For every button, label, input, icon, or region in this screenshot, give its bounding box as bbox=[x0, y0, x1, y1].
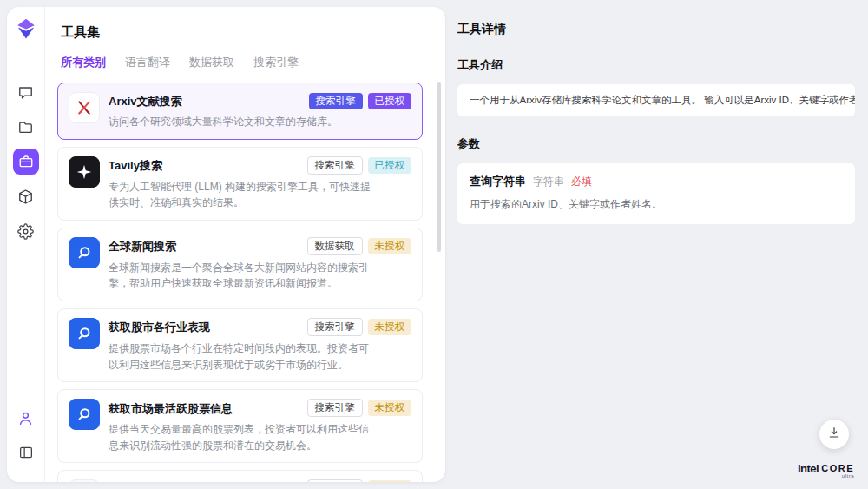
auth-status-badge: 已授权 bbox=[368, 93, 412, 109]
tavily-icon bbox=[69, 156, 100, 188]
arxiv-icon bbox=[69, 92, 100, 123]
sidebar bbox=[7, 7, 45, 482]
tool-name: Tavily搜索 bbox=[108, 156, 302, 174]
tool-card[interactable]: Tavily搜索搜索引擎已授权专为人工智能代理 (LLM) 构建的搜索引擎工具，… bbox=[57, 147, 423, 221]
param-list: 查询字符串字符串必填用于搜索的Arxiv ID、关键字或作者姓名。 bbox=[457, 163, 855, 224]
doc-icon bbox=[69, 479, 100, 482]
tab-category-1[interactable]: 语言翻译 bbox=[125, 55, 170, 70]
tool-card-header: 获取股市各行业表现搜索引擎未授权 bbox=[108, 318, 411, 336]
detail-title: 工具详情 bbox=[457, 22, 855, 37]
tool-description: 提供股票市场各个行业在特定时间段内的表现。投资者可以利用这些信息来识别表现优于或… bbox=[108, 340, 373, 373]
download-button[interactable] bbox=[819, 420, 849, 449]
auth-status-badge: 未授权 bbox=[368, 319, 412, 335]
tool-card-body: 获取股市各行业表现搜索引擎未授权提供股票市场各个行业在特定时间段内的表现。投资者… bbox=[108, 318, 411, 373]
auth-status-badge: 未授权 bbox=[368, 400, 412, 416]
tool-card-header: Tavily搜索搜索引擎已授权 bbox=[108, 156, 411, 175]
category-badge: 搜索引擎 bbox=[307, 318, 363, 336]
sidebar-item-gear-icon[interactable] bbox=[13, 218, 39, 244]
tool-card-header: 全球新闻搜索数据获取未授权 bbox=[108, 237, 411, 255]
page-title: 工具集 bbox=[61, 24, 433, 41]
tool-card-body: 全球新闻搜索数据获取未授权全球新闻搜索是一个聚合全球各大新闻网站内容的搜索引擎，… bbox=[108, 237, 411, 292]
sidebar-item-briefcase-icon[interactable] bbox=[13, 149, 39, 175]
sidebar-item-layout-icon[interactable] bbox=[13, 439, 39, 466]
intel-text: intel bbox=[798, 462, 819, 475]
tool-card-body: 获取市场最活跃股票信息搜索引擎未授权提供当天交易量最高的股票列表，投资者可以利用… bbox=[108, 399, 411, 453]
tool-card-body: Tavily搜索搜索引擎已授权专为人工智能代理 (LLM) 构建的搜索引擎工具，… bbox=[108, 156, 411, 211]
parameter-description: 用于搜索的Arxiv ID、关键字或作者姓名。 bbox=[470, 197, 843, 212]
core-sub-text: ultra bbox=[842, 473, 854, 479]
sidebar-item-folder-icon[interactable] bbox=[13, 114, 39, 140]
tool-card[interactable]: Arxiv文献搜索搜索引擎已授权访问各个研究领域大量科学论文和文章的存储库。 bbox=[57, 83, 423, 140]
app-logo-icon bbox=[15, 17, 37, 43]
tools-app-panel: 工具集 所有类别语言翻译数据获取搜索引擎 Arxiv文献搜索搜索引擎已授权访问各… bbox=[7, 7, 445, 482]
tool-card-header: Arxiv文献搜索搜索引擎已授权 bbox=[108, 92, 411, 109]
tool-name: 获取市场最活跃股票信息 bbox=[108, 400, 302, 417]
category-badge: 搜索引擎 bbox=[307, 399, 363, 417]
tool-description: 全球新闻搜索是一个聚合全球各大新闻网站内容的搜索引擎，帮助用户快速获取全球最新资… bbox=[108, 260, 373, 292]
tab-category-2[interactable]: 数据获取 bbox=[189, 55, 234, 70]
tools-panel: 工具集 所有类别语言翻译数据获取搜索引擎 Arxiv文献搜索搜索引擎已授权访问各… bbox=[45, 7, 445, 482]
params-heading: 参数 bbox=[457, 136, 855, 152]
category-badge: 数据获取 bbox=[307, 237, 363, 255]
parameter-required-flag: 必填 bbox=[571, 175, 592, 189]
core-text-wrap: CORE ultra bbox=[821, 463, 854, 479]
auth-status-badge: 未授权 bbox=[368, 480, 412, 482]
tool-card[interactable]: 万维地区新闻查询搜索引擎未授权查询具体行政区划内的新闻，快速了解各地新闻动 bbox=[57, 470, 423, 482]
intel-core-logo: intel CORE ultra bbox=[798, 462, 854, 479]
sidebar-item-user-icon[interactable] bbox=[13, 405, 39, 431]
category-tabs: 所有类别语言翻译数据获取搜索引擎 bbox=[61, 55, 433, 70]
parameter-type: 字符串 bbox=[533, 175, 564, 189]
stock-blue-icon bbox=[69, 399, 100, 430]
tab-category-0[interactable]: 所有类别 bbox=[61, 55, 106, 70]
tool-card-body: Arxiv文献搜索搜索引擎已授权访问各个研究领域大量科学论文和文章的存储库。 bbox=[108, 92, 411, 130]
download-icon bbox=[827, 426, 841, 443]
category-badge: 搜索引擎 bbox=[307, 479, 363, 482]
intro-text: 一个用于从Arxiv存储库搜索科学论文和文章的工具。 输入可以是Arxiv ID… bbox=[470, 95, 855, 105]
tool-card-header: 获取市场最活跃股票信息搜索引擎未授权 bbox=[108, 399, 411, 417]
core-text: CORE bbox=[821, 463, 854, 473]
tool-detail-panel: 工具详情 工具介绍 一个用于从Arxiv存储库搜索科学论文和文章的工具。 输入可… bbox=[457, 0, 855, 489]
auth-status-badge: 已授权 bbox=[368, 157, 412, 174]
auth-status-badge: 未授权 bbox=[368, 238, 412, 254]
tab-category-3[interactable]: 搜索引擎 bbox=[253, 55, 299, 70]
tool-description: 专为人工智能代理 (LLM) 构建的搜索引擎工具，可快速提供实时、准确和真实的结… bbox=[108, 179, 373, 211]
tool-description: 访问各个研究领域大量科学论文和文章的存储库。 bbox=[108, 114, 373, 130]
tool-card-body: 万维地区新闻查询搜索引擎未授权查询具体行政区划内的新闻，快速了解各地新闻动 bbox=[108, 479, 411, 482]
tool-name: 万维地区新闻查询 bbox=[108, 480, 302, 482]
tool-list: Arxiv文献搜索搜索引擎已授权访问各个研究领域大量科学论文和文章的存储库。Ta… bbox=[57, 83, 433, 482]
parameter-header: 查询字符串字符串必填 bbox=[470, 174, 843, 189]
tool-name: 获取股市各行业表现 bbox=[108, 318, 302, 335]
stock-blue-icon bbox=[69, 318, 100, 349]
tool-name: Arxiv文献搜索 bbox=[108, 92, 304, 109]
tool-card[interactable]: 获取股市各行业表现搜索引擎未授权提供股票市场各个行业在特定时间段内的表现。投资者… bbox=[57, 308, 423, 382]
sidebar-item-chat-icon[interactable] bbox=[13, 79, 39, 105]
parameter-card: 查询字符串字符串必填用于搜索的Arxiv ID、关键字或作者姓名。 bbox=[457, 163, 855, 224]
tool-card-header: 万维地区新闻查询搜索引擎未授权 bbox=[108, 479, 411, 482]
intro-heading: 工具介绍 bbox=[457, 57, 855, 73]
category-badge: 搜索引擎 bbox=[309, 93, 363, 109]
parameter-name: 查询字符串 bbox=[470, 174, 526, 189]
sidebar-item-cube-icon[interactable] bbox=[13, 183, 39, 209]
scrollbar[interactable] bbox=[437, 82, 441, 252]
tool-card[interactable]: 获取市场最活跃股票信息搜索引擎未授权提供当天交易量最高的股票列表，投资者可以利用… bbox=[57, 389, 423, 463]
tool-description: 提供当天交易量最高的股票列表，投资者可以利用这些信息来识别流动性强的股票和潜在的… bbox=[108, 421, 373, 453]
intro-card: 一个用于从Arxiv存储库搜索科学论文和文章的工具。 输入可以是Arxiv ID… bbox=[457, 84, 855, 116]
tool-name: 全球新闻搜索 bbox=[108, 237, 302, 254]
tool-card[interactable]: 全球新闻搜索数据获取未授权全球新闻搜索是一个聚合全球各大新闻网站内容的搜索引擎，… bbox=[57, 228, 423, 301]
category-badge: 搜索引擎 bbox=[307, 156, 363, 175]
news-blue-icon bbox=[69, 237, 100, 268]
